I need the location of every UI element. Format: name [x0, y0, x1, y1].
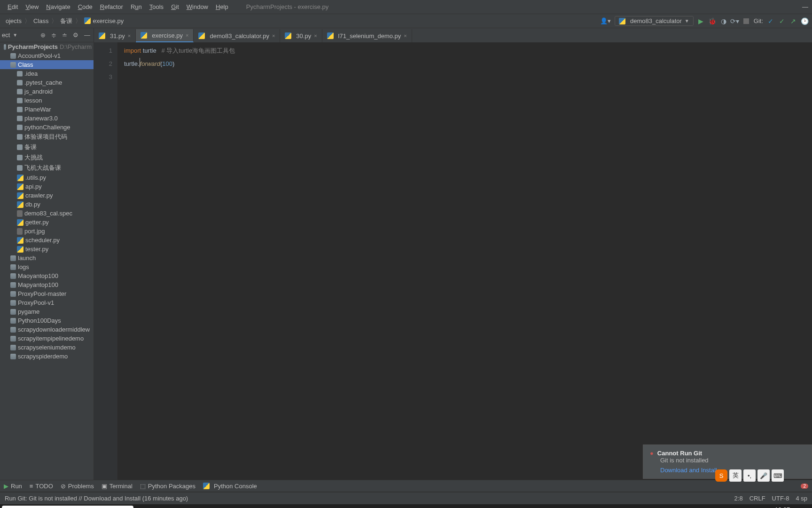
menu-help[interactable]: Help: [212, 3, 232, 10]
file-encoding[interactable]: UTF-8: [772, 495, 789, 502]
tree-item[interactable]: launch: [0, 254, 94, 262]
minimize-icon[interactable]: —: [802, 3, 808, 10]
caret-position[interactable]: 2:8: [734, 495, 743, 502]
tree-item[interactable]: pythonChallenge: [0, 123, 94, 132]
menu-refactor[interactable]: Refactor: [96, 3, 127, 10]
explorer-icon[interactable]: 📁: [227, 504, 246, 508]
menu-git[interactable]: Git: [167, 3, 183, 10]
tree-item[interactable]: Mapyantop100: [0, 280, 94, 289]
tree-item[interactable]: .idea: [0, 69, 94, 78]
source[interactable]: import turtle # 导入turtle海龟画图工具包 turtle.f…: [117, 42, 812, 480]
run-icon[interactable]: ▶: [697, 17, 705, 25]
status-msg[interactable]: Run Git: Git is not installed // Downloa…: [5, 495, 188, 502]
tree-item[interactable]: .utils.py: [0, 173, 94, 182]
collapse-icon[interactable]: ≐: [61, 32, 69, 39]
close-icon[interactable]: ×: [272, 33, 275, 39]
crumb-file[interactable]: exercise.py: [82, 17, 125, 24]
terminal-tool[interactable]: ▣ Terminal: [102, 483, 133, 490]
project-tree[interactable]: PycharmProjects D:\PycharmAccountPool-v1…: [0, 42, 94, 480]
tree-item[interactable]: scheduler.py: [0, 236, 94, 245]
editor-tab[interactable]: l71_selenium_demo.py×: [322, 29, 412, 42]
tree-item[interactable]: tester.py: [0, 245, 94, 254]
console-tool[interactable]: Python Console: [203, 483, 257, 490]
git-commit-icon[interactable]: ✓: [778, 17, 786, 25]
tree-item[interactable]: crawler.py: [0, 191, 94, 200]
code-editor[interactable]: 1 2 3 import turtle # 导入turtle海龟画图工具包 tu…: [94, 42, 812, 480]
line-separator[interactable]: CRLF: [750, 495, 765, 502]
event-log-badge[interactable]: 2: [801, 484, 808, 489]
editor-tab[interactable]: exercise.py×: [136, 29, 194, 42]
problems-tool[interactable]: ⊘ Problems: [61, 483, 94, 490]
editor-tab[interactable]: 31.py×: [94, 29, 136, 42]
tree-item[interactable]: logs: [0, 262, 94, 271]
menu-tools[interactable]: Tools: [146, 3, 167, 10]
locate-icon[interactable]: ⊕: [39, 32, 47, 39]
tree-item[interactable]: PlaneWar: [0, 105, 94, 114]
coverage-icon[interactable]: ◑: [720, 17, 727, 25]
taskbar-search[interactable]: 在这里输入你要搜索的内容: [2, 506, 133, 508]
tree-item[interactable]: Class: [0, 60, 94, 69]
sidebar-title[interactable]: ect: [2, 32, 10, 39]
tree-item[interactable]: .pytest_cache: [0, 78, 94, 87]
git-push-icon[interactable]: ↗: [789, 17, 797, 25]
close-icon[interactable]: ×: [404, 33, 406, 39]
tree-item[interactable]: Python100Days: [0, 316, 94, 325]
run-config-selector[interactable]: demo83_calculator ▼: [615, 16, 694, 26]
tree-item[interactable]: db.py: [0, 200, 94, 209]
editor-tab[interactable]: demo83_calculator.py×: [194, 29, 280, 42]
tree-item[interactable]: ProxyPool-master: [0, 289, 94, 298]
ime-keyboard-icon[interactable]: ⌨: [772, 469, 784, 482]
tree-item[interactable]: AccountPool-v1: [0, 51, 94, 60]
profile-icon[interactable]: ⟳▾: [731, 17, 739, 25]
ime-toolbar[interactable]: S 英 •, 🎤 ⌨: [715, 469, 784, 482]
menu-edit[interactable]: EEditdit: [4, 3, 22, 10]
menu-view[interactable]: View: [22, 3, 42, 10]
close-icon[interactable]: ×: [314, 33, 317, 39]
close-icon[interactable]: ×: [128, 33, 131, 39]
tree-item[interactable]: pygame: [0, 307, 94, 316]
tree-item[interactable]: 备课: [0, 142, 94, 152]
git-history-icon[interactable]: 🕑: [801, 17, 808, 25]
menu-code[interactable]: Code: [74, 3, 96, 10]
tree-item[interactable]: scrapydownloadermiddlew: [0, 325, 94, 334]
ime-punct[interactable]: •,: [743, 469, 756, 482]
tree-item[interactable]: port.jpg: [0, 227, 94, 236]
crumb-1[interactable]: Class: [31, 17, 51, 24]
debug-icon[interactable]: 🐞: [709, 17, 716, 25]
stop-icon[interactable]: [742, 17, 750, 25]
hide-icon[interactable]: —: [83, 32, 92, 39]
tree-item[interactable]: scrapyitempipelinedemo: [0, 334, 94, 343]
task-view-icon[interactable]: ◯: [171, 504, 190, 508]
edge-icon[interactable]: 🌐: [209, 504, 227, 508]
tree-item[interactable]: lesson: [0, 96, 94, 105]
tree-item[interactable]: api.py: [0, 182, 94, 191]
editor-tab[interactable]: 30.py×: [280, 29, 322, 42]
notif-link[interactable]: Download and Install: [660, 467, 717, 474]
gear-icon[interactable]: ⚙: [71, 32, 80, 39]
tree-item[interactable]: 大挑战: [0, 152, 94, 163]
task-timeline-icon[interactable]: ⧉: [190, 504, 209, 508]
menu-navigate[interactable]: Navigate: [42, 3, 74, 10]
close-icon[interactable]: ×: [186, 32, 188, 38]
tree-item[interactable]: Maoyantop100: [0, 271, 94, 280]
packages-tool[interactable]: ⬚ Python Packages: [140, 483, 195, 490]
ime-lang[interactable]: 英: [729, 469, 742, 482]
user-icon[interactable]: 👤▾: [600, 17, 611, 24]
tree-item[interactable]: js_android: [0, 87, 94, 96]
tree-item[interactable]: demo83_cal.spec: [0, 209, 94, 218]
indent-setting[interactable]: 4 sp: [796, 495, 807, 502]
tree-item[interactable]: getter.py: [0, 218, 94, 227]
pycharm-icon[interactable]: ◨: [246, 504, 265, 508]
todo-tool[interactable]: ≡ TODO: [30, 483, 53, 490]
expand-icon[interactable]: ≑: [50, 32, 58, 39]
menu-window[interactable]: Window: [183, 3, 212, 10]
tree-item[interactable]: 飞机大战备课: [0, 163, 94, 173]
powerpoint-icon[interactable]: ▦: [265, 504, 284, 508]
tree-item[interactable]: PycharmProjects D:\Pycharm: [0, 42, 94, 51]
tree-item[interactable]: scrapyseleniumdemo: [0, 343, 94, 352]
crumb-root[interactable]: ojects: [4, 17, 23, 24]
chevron-down-icon[interactable]: ▼: [13, 32, 17, 38]
tree-item[interactable]: planewar3.0: [0, 114, 94, 123]
tree-item[interactable]: ProxyPool-v1: [0, 298, 94, 307]
git-update-icon[interactable]: ✓: [767, 17, 774, 25]
